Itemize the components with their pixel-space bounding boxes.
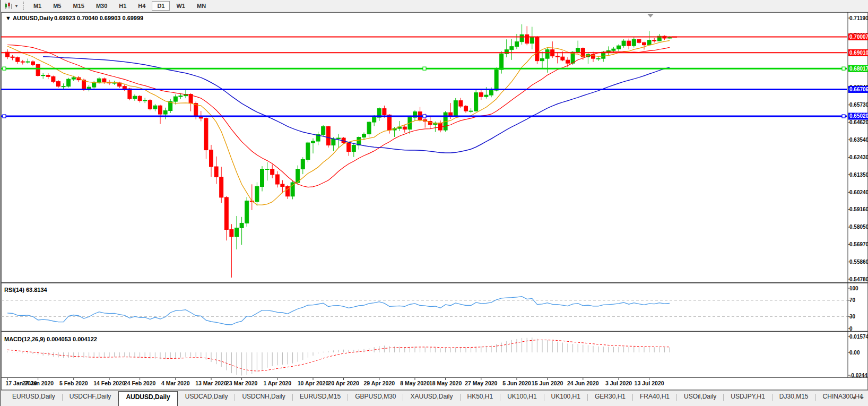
line-handle[interactable] — [842, 115, 845, 118]
candle-body — [367, 122, 371, 134]
tab-EURUSD-Daily[interactable]: EURUSD,Daily — [5, 391, 62, 403]
tab-USDJPY-H1[interactable]: USDJPY,H1 — [724, 391, 771, 403]
line-handle[interactable] — [842, 67, 845, 70]
timeframe-button-m1[interactable]: M1 — [28, 1, 47, 11]
tab-DJ30-M15[interactable]: DJ30,M15 — [772, 391, 815, 403]
tab-scroll-left-icon[interactable]: ◄ — [851, 395, 856, 400]
candle-body — [128, 89, 132, 99]
timeframe-button-w1[interactable]: W1 — [171, 1, 190, 11]
candle-body — [372, 117, 376, 122]
candle-body — [245, 201, 249, 223]
timeframe-button-d1[interactable]: D1 — [152, 1, 170, 11]
tab-scroll-right-icon[interactable]: ► — [860, 395, 865, 400]
candle-body — [214, 167, 218, 177]
tab-UK100-H1[interactable]: UK100,H1 — [544, 391, 587, 403]
tab-GBPUSD-M30[interactable]: GBPUSD,M30 — [348, 391, 403, 403]
candle-body — [439, 123, 442, 130]
candle-body — [36, 65, 40, 76]
date-axis-label: 13 Mar 2020 — [195, 380, 227, 386]
candle-body — [469, 111, 473, 111]
candle-body — [275, 175, 279, 184]
candle-body — [622, 41, 626, 46]
price-axis-label: 0.71190 — [849, 15, 868, 21]
price-axis-label: 0.56970 — [849, 241, 868, 247]
timeframe-button-m30[interactable]: M30 — [91, 1, 112, 11]
tab-AUDUSD-Daily[interactable]: AUDUSD,Daily — [118, 391, 177, 406]
tab-USOil-Daily[interactable]: USOil,Daily — [677, 391, 723, 403]
candle-body — [306, 143, 310, 159]
pane-splitter-rsi[interactable] — [1, 282, 868, 283]
candle-body — [21, 62, 24, 62]
candle-body — [576, 48, 580, 52]
macd-axis-label: -0.02441 — [849, 373, 868, 378]
chart-ohlc-values: 0.69923 0.70040 0.69903 0.69999 — [54, 15, 143, 21]
tab-USDCAD-Daily[interactable]: USDCAD,Daily — [178, 391, 235, 403]
candle-body — [632, 39, 636, 46]
candle-body — [479, 93, 483, 97]
date-axis-label: 8 May 2020 — [400, 380, 430, 386]
timeframe-button-h4[interactable]: H4 — [133, 1, 151, 11]
line-handle[interactable] — [423, 67, 426, 70]
chart-title: AUDUSD,Daily — [13, 15, 54, 21]
tab-USDCHF-Daily[interactable]: USDCHF,Daily — [63, 391, 118, 403]
candle-body — [230, 229, 233, 236]
candle-body — [494, 70, 498, 90]
timeframe-button-h1[interactable]: H1 — [114, 1, 132, 11]
chart-area[interactable]: 0.711900.701100.690300.679200.668400.657… — [1, 12, 868, 390]
candle-body — [163, 110, 167, 114]
date-axis-label: 29 Apr 2020 — [364, 380, 395, 386]
symbol-dropdown-icon[interactable]: ▼ — [5, 15, 11, 21]
tab-GER30-H1[interactable]: GER30,H1 — [588, 391, 632, 403]
pane-splitter-macd[interactable] — [1, 331, 868, 332]
timeframe-button-m15[interactable]: M15 — [67, 1, 89, 11]
candle-body — [566, 60, 570, 63]
timeframe-button-mn[interactable]: MN — [192, 1, 211, 11]
line-handle[interactable] — [423, 115, 426, 118]
candle-body — [362, 134, 366, 137]
candle-body — [261, 169, 264, 187]
date-axis-label: 5 Jun 2020 — [502, 380, 531, 386]
line-handle[interactable] — [3, 115, 6, 118]
rsi-indicator-label: RSI(14) 63.8134 — [4, 287, 48, 293]
line-handle[interactable] — [3, 67, 6, 70]
candle-body — [388, 115, 392, 130]
date-axis-label: 1 Apr 2020 — [263, 380, 291, 386]
tab-HK50-H1[interactable]: HK50,H1 — [461, 391, 500, 403]
tab-USDCNH-Daily[interactable]: USDCNH,Daily — [235, 391, 292, 403]
candle-body — [204, 118, 208, 150]
candle-body — [403, 127, 406, 129]
date-axis-label: 3 Jul 2020 — [605, 380, 632, 386]
candle-body — [235, 228, 239, 236]
tab-UK100-H1[interactable]: UK100,H1 — [500, 391, 543, 403]
candle-body — [179, 96, 183, 97]
rsi-axis-label: 100 — [849, 286, 858, 291]
candle-body — [26, 62, 30, 62]
chart-type-icon[interactable] — [3, 1, 14, 11]
candle-body — [525, 34, 529, 43]
price-axis-label: 0.60240 — [849, 189, 868, 195]
candle-body — [173, 97, 177, 101]
price-axis-label: 0.65730 — [849, 102, 868, 108]
candlestick-glyph — [4, 2, 13, 10]
date-axis-label: 18 May 2020 — [429, 380, 462, 386]
timeframe-button-m5[interactable]: M5 — [48, 1, 66, 11]
candle-body — [322, 126, 325, 134]
chart-tab-bar: EURUSD,DailyUSDCHF,DailyAUDUSD,DailyUSDC… — [1, 390, 868, 406]
price-axis-label: 0.54780 — [849, 277, 868, 282]
candle-body — [255, 187, 259, 202]
candle-body — [490, 90, 493, 95]
tab-EURUSD-M15[interactable]: EURUSD,M15 — [293, 391, 348, 403]
price-axis-label: 0.62430 — [849, 154, 868, 160]
candle-body — [72, 77, 75, 79]
candle-body — [67, 79, 71, 86]
toolbar: ▼ M1M5M15M30H1H4D1W1MN — [1, 0, 868, 12]
tab-FRA40-H1[interactable]: FRA40,H1 — [633, 391, 676, 403]
date-axis-label: 14 Feb 2020 — [93, 380, 125, 386]
tab-XAUUSD-Daily[interactable]: XAUUSD,Daily — [403, 391, 459, 403]
candle-body — [143, 100, 147, 101]
chevron-down-icon[interactable]: ▼ — [14, 4, 19, 8]
candle-body — [383, 109, 386, 115]
price-line-label: 0.69010 — [849, 50, 868, 56]
candle-body — [311, 141, 315, 143]
date-axis-label: 13 Jul 2020 — [635, 380, 664, 386]
